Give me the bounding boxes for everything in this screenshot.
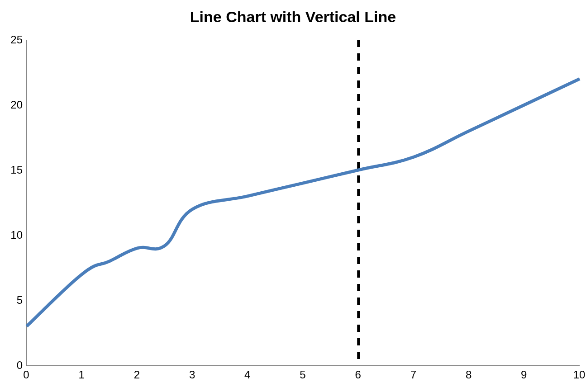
y-tick-label: 25 (10, 33, 23, 46)
y-tick-label: 0 (17, 359, 23, 372)
x-tick-label: 4 (244, 368, 250, 381)
x-tick-label: 5 (300, 368, 305, 381)
chart-container: Line Chart with Vertical Line 0510152025… (0, 0, 586, 392)
x-tick-label: 10 (573, 368, 586, 381)
y-tick-label: 10 (10, 229, 23, 241)
x-tick-label: 3 (189, 368, 195, 381)
chart-title: Line Chart with Vertical Line (0, 8, 586, 26)
y-tick-label: 5 (17, 294, 23, 307)
x-tick-label: 2 (134, 368, 140, 381)
x-tick-label: 0 (23, 368, 29, 381)
data-series-line (27, 79, 580, 326)
x-tick-label: 9 (521, 368, 527, 381)
x-tick-label: 6 (355, 368, 361, 381)
chart-svg (27, 40, 580, 366)
x-tick-label: 8 (466, 368, 472, 381)
y-tick-label: 15 (10, 164, 23, 176)
x-tick-label: 7 (410, 368, 416, 381)
plot-area (26, 40, 580, 366)
x-tick-label: 1 (79, 368, 85, 381)
y-tick-label: 20 (10, 99, 23, 111)
